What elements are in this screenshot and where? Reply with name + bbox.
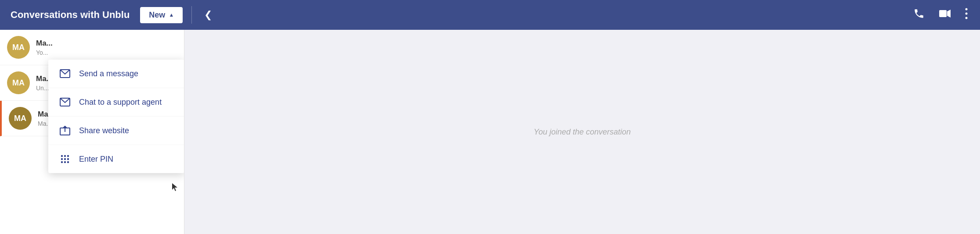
svg-point-17 <box>67 161 69 163</box>
conversation-info: Ma... Yo... <box>36 39 177 56</box>
dropdown-item-chat-support[interactable]: Chat to a support agent <box>48 88 184 117</box>
cursor-icon <box>171 182 179 192</box>
dropdown-item-enter-pin[interactable]: Enter PIN <box>48 145 184 173</box>
phone-button[interactable] <box>912 6 926 24</box>
dropdown-item-send-message[interactable]: Send a message <box>48 60 184 88</box>
conv-preview: Yo... <box>36 49 177 56</box>
header-title: Conversations with Unblu <box>11 9 130 21</box>
avatar: MA <box>7 71 30 94</box>
sidebar: MA Ma... Yo... MA Ma... Un... MA Ma... M… <box>0 30 184 234</box>
enter-pin-label: Enter PIN <box>79 155 113 164</box>
join-message: You joined the conversation <box>533 128 631 137</box>
svg-rect-0 <box>939 10 947 17</box>
envelope-icon-2 <box>59 96 71 108</box>
dropdown-item-share-website[interactable]: Share website <box>48 117 184 145</box>
svg-point-16 <box>64 161 66 163</box>
header-divider <box>191 6 192 24</box>
more-button[interactable] <box>963 6 969 24</box>
main-content: MA Ma... Yo... MA Ma... Un... MA Ma... M… <box>0 30 980 234</box>
app-container: Conversations with Unblu New ▲ ❮ <box>0 0 980 234</box>
svg-point-2 <box>966 8 968 11</box>
envelope-icon <box>59 67 71 80</box>
video-button[interactable] <box>937 6 953 24</box>
header: Conversations with Unblu New ▲ ❮ <box>0 0 980 30</box>
video-icon <box>939 8 951 19</box>
svg-point-14 <box>67 158 69 160</box>
send-message-label: Send a message <box>79 69 138 78</box>
svg-point-3 <box>966 13 968 15</box>
svg-marker-1 <box>947 10 951 18</box>
share-box-icon <box>59 124 71 137</box>
avatar: MA <box>9 107 32 130</box>
avatar: MA <box>7 36 30 59</box>
more-icon <box>965 8 968 19</box>
grid-icon <box>59 153 71 165</box>
phone-icon <box>913 8 925 19</box>
back-button[interactable]: ❮ <box>201 6 216 24</box>
svg-point-12 <box>61 158 63 160</box>
conv-name: Ma... <box>36 39 177 48</box>
chat-area: You joined the conversation <box>184 30 980 234</box>
svg-point-4 <box>966 17 968 19</box>
share-website-label: Share website <box>79 126 129 135</box>
svg-point-11 <box>67 155 69 157</box>
back-icon: ❮ <box>204 9 212 20</box>
new-button-label: New <box>149 11 165 20</box>
dropdown-menu: Send a message Chat to a support agent <box>48 60 184 173</box>
new-button-arrow: ▲ <box>169 12 174 18</box>
svg-point-13 <box>64 158 66 160</box>
svg-point-10 <box>64 155 66 157</box>
header-right <box>912 6 969 24</box>
svg-point-9 <box>61 155 63 157</box>
chat-support-label: Chat to a support agent <box>79 98 162 107</box>
new-button[interactable]: New ▲ <box>140 7 183 23</box>
svg-point-15 <box>61 161 63 163</box>
